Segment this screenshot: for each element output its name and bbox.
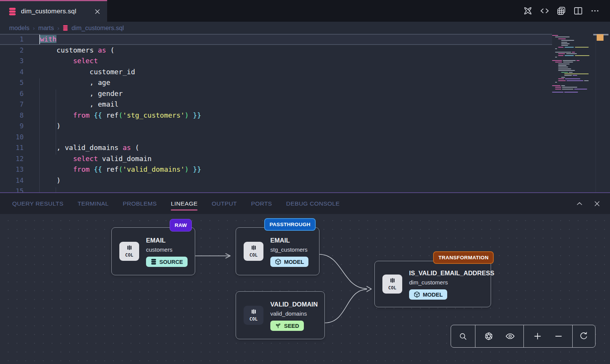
- minimap-row: [552, 95, 595, 96]
- editor-tab[interactable]: dim_customers.sql: [0, 0, 107, 22]
- lineage-node-valid_domains[interactable]: COLVALID_DOMAINvalid_domainsSEED: [236, 291, 325, 339]
- overview-ruler-marker[interactable]: [597, 34, 604, 41]
- code-token: (: [106, 46, 114, 54]
- line-number: 6: [0, 88, 24, 99]
- panel-tab-output[interactable]: OUTPUT: [212, 193, 237, 214]
- zoom-in-icon[interactable]: [530, 329, 545, 344]
- window-actions: [523, 0, 600, 22]
- node-type-badge-model[interactable]: MODEL: [409, 289, 447, 300]
- code-line[interactable]: from {{ ref('stg_customers') }}: [40, 110, 201, 121]
- breadcrumb-item-file[interactable]: dim_customers.sql: [63, 24, 124, 32]
- aperture-icon[interactable]: [481, 329, 496, 344]
- minimap-segment: [552, 85, 560, 86]
- node-type-badge-seed[interactable]: SEED: [270, 321, 304, 331]
- panel-tab-terminal[interactable]: TERMINAL: [77, 193, 109, 214]
- lineage-node-customers[interactable]: COLEMAILcustomersSOURCE: [111, 227, 195, 275]
- code-line[interactable]: customer_id: [40, 67, 201, 78]
- tab-title: dim_customers.sql: [21, 8, 90, 15]
- code-token: ): [185, 165, 189, 173]
- columns-icon: [126, 245, 133, 252]
- line-number: 10: [0, 132, 24, 143]
- code-line[interactable]: select: [40, 56, 201, 67]
- node-type-label: SOURCE: [159, 259, 183, 265]
- code-token: ref: [102, 111, 119, 119]
- column-badge: COL: [119, 242, 139, 261]
- code-editor[interactable]: 123456789101112131415 with customers as …: [0, 34, 610, 192]
- more-icon[interactable]: [590, 6, 600, 16]
- code-line[interactable]: , valid_domains as (: [40, 142, 201, 153]
- search-icon[interactable]: [456, 329, 471, 344]
- line-number: 15: [0, 186, 24, 192]
- split-editor-icon[interactable]: [573, 6, 583, 16]
- minimap-row: [552, 43, 595, 44]
- minimap-segment: [561, 85, 565, 86]
- minimap-segment: [565, 55, 574, 56]
- code-token: from: [73, 165, 90, 173]
- tab-close-icon[interactable]: [95, 9, 100, 14]
- code-token: ): [40, 122, 61, 130]
- line-number: 13: [0, 164, 24, 175]
- panel-tab-debug-console[interactable]: DEBUG CONSOLE: [286, 193, 340, 214]
- minimap-segment: [558, 53, 565, 54]
- code-icon[interactable]: [539, 6, 550, 16]
- minimap-segment: [569, 72, 573, 73]
- code-token: from: [73, 111, 90, 119]
- breadcrumb-item-marts[interactable]: marts: [38, 24, 54, 32]
- code-line[interactable]: from {{ ref('valid_domains') }}: [40, 164, 201, 175]
- refresh-icon[interactable]: [576, 329, 591, 344]
- columns-icon: [250, 309, 257, 316]
- chevron-up-icon[interactable]: [576, 200, 583, 208]
- node-body: VALID_DOMAINvalid_domainsSEED: [270, 300, 318, 331]
- minimap-row: [552, 85, 595, 86]
- eye-icon[interactable]: [502, 329, 518, 344]
- code-token: [189, 165, 193, 173]
- node-title: VALID_DOMAIN: [270, 300, 318, 310]
- code-line[interactable]: select valid_domain: [40, 153, 201, 164]
- zoom-out-icon[interactable]: [551, 329, 566, 344]
- minimap-row: [552, 87, 595, 88]
- lineage-node-stg_customers[interactable]: COLEMAILstg_customersMODEL: [236, 227, 319, 275]
- minimap-row: [552, 83, 595, 84]
- code-line[interactable]: ): [40, 175, 201, 186]
- panel-tab-problems[interactable]: PROBLEMS: [123, 193, 157, 214]
- copy-table-icon[interactable]: [556, 6, 567, 16]
- text-cursor: [39, 35, 40, 44]
- node-type-badge-model[interactable]: MODEL: [270, 257, 308, 267]
- column-badge-label: COL: [249, 316, 258, 322]
- panel-tab-ports[interactable]: PORTS: [251, 193, 272, 214]
- minimap-segment: [561, 43, 570, 44]
- minimap-row: [552, 82, 595, 83]
- code-token: (: [119, 165, 123, 173]
- dbt-logo-icon[interactable]: [523, 6, 533, 16]
- close-icon[interactable]: [593, 200, 601, 208]
- breadcrumb-item-models[interactable]: models: [9, 24, 29, 32]
- lineage-canvas[interactable]: RAWCOLEMAILcustomersSOURCEPASSTHROUGHCOL…: [0, 214, 610, 364]
- line-number: 8: [0, 110, 24, 121]
- node-type-badge-source[interactable]: SOURCE: [146, 257, 188, 267]
- panel-tab-lineage[interactable]: LINEAGE: [171, 193, 197, 214]
- minimap[interactable]: [552, 35, 595, 99]
- code-token: [40, 155, 73, 163]
- code-line[interactable]: [40, 186, 201, 192]
- minimap-row: [552, 48, 595, 49]
- lineage-badge-passthrough: PASSTHROUGH: [264, 218, 316, 231]
- code-line[interactable]: , gender: [40, 88, 201, 99]
- code-token: 'valid_domains': [123, 165, 185, 173]
- minimap-row: [552, 38, 595, 39]
- minimap-row: [552, 62, 595, 62]
- toolbar-section: [451, 325, 475, 347]
- code-line[interactable]: with: [40, 34, 201, 45]
- minimap-row: [552, 77, 595, 78]
- minimap-row: [552, 53, 595, 54]
- code-line[interactable]: , email: [40, 99, 201, 110]
- code-line[interactable]: ): [40, 121, 201, 132]
- panel-tab-query-results[interactable]: QUERY RESULTS: [12, 193, 63, 214]
- code-line[interactable]: customers as (: [40, 45, 201, 56]
- code-token: [90, 111, 94, 119]
- database-icon: [8, 7, 16, 16]
- minimap-segment: [563, 62, 573, 62]
- code-token: [40, 111, 73, 119]
- lineage-node-dim_customers[interactable]: COLIS_VALID_EMAIL_ADDRESSdim_customersMO…: [374, 261, 491, 307]
- code-line[interactable]: [40, 132, 201, 143]
- code-line[interactable]: , age: [40, 77, 201, 88]
